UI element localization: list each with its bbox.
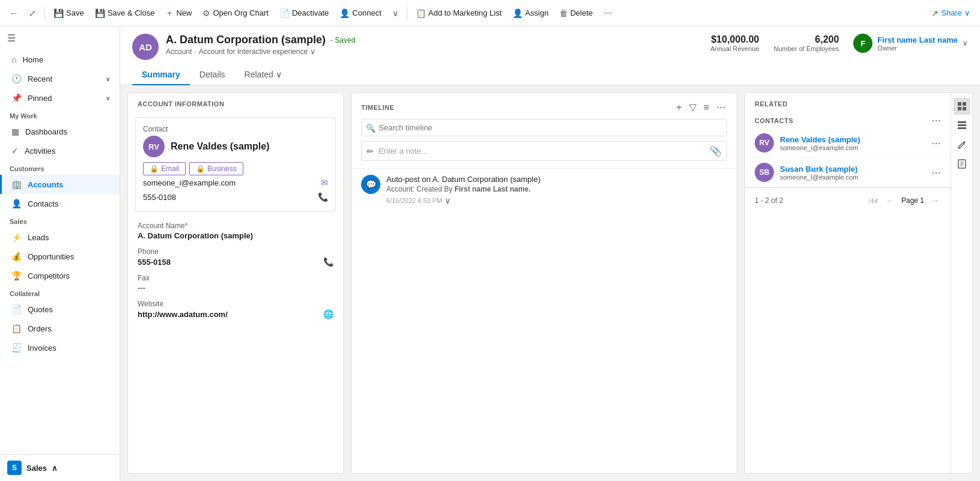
tab-related[interactable]: Related ∨	[235, 65, 291, 85]
save-button[interactable]: 💾 Save	[49, 6, 89, 20]
back-button[interactable]: ←	[5, 6, 23, 20]
sidebar-item-competitors[interactable]: 🏆 Competitors	[0, 266, 120, 285]
tab-details[interactable]: Details	[190, 65, 235, 85]
sidebar-item-activities[interactable]: ✓ Activities	[0, 141, 120, 160]
phone-field-row: 555-0108 📞	[143, 190, 328, 204]
sales-section-label: Sales	[0, 213, 120, 228]
email-compose-icon[interactable]: ✉	[321, 178, 328, 187]
contact-list-email-rene: someone_i@example.com	[780, 144, 925, 151]
note-placeholder-text: Enter a note...	[379, 147, 705, 156]
app-badge: S	[7, 461, 22, 475]
account-name-value: A. Datum Corporation (sample)	[138, 231, 333, 240]
sidebar-item-opportunities[interactable]: 💰 Opportunities	[0, 247, 120, 266]
record-title-area: A. Datum Corporation (sample) - Saved Ac…	[166, 34, 703, 56]
sidebar-item-orders[interactable]: 📋 Orders	[0, 319, 120, 338]
timeline-add-button[interactable]: +	[675, 101, 683, 114]
rmt-form-button[interactable]	[954, 156, 970, 172]
svg-rect-4	[958, 121, 966, 123]
assign-button[interactable]: 👤 Assign	[508, 6, 553, 20]
sidebar-item-home[interactable]: ⌂ Home	[0, 50, 120, 69]
expand-button[interactable]: ⤢	[24, 6, 41, 20]
phone-field-icon[interactable]: 📞	[323, 257, 333, 267]
share-button[interactable]: ↗ Share ∨	[927, 6, 975, 20]
rmt-list-button[interactable]	[954, 117, 970, 134]
recent-icon: 🕐	[11, 74, 22, 83]
hamburger-icon[interactable]: ☰	[7, 32, 16, 44]
business-button[interactable]: 🔒 Business	[189, 162, 243, 175]
marketing-button[interactable]: 📋 Add to Marketing List	[411, 6, 507, 20]
rmt-edit-button[interactable]	[954, 136, 970, 153]
org-chart-label: Open Org Chart	[213, 8, 269, 17]
app-switcher[interactable]: S Sales ∧	[0, 455, 120, 481]
business-btn-label: Business	[207, 165, 237, 173]
fax-label: Fax	[138, 274, 333, 282]
owner-section[interactable]: F First name Last name Owner ∨	[853, 34, 968, 53]
contacts-more-button[interactable]: ⋯	[931, 115, 941, 126]
delete-button[interactable]: 🗑 Delete	[555, 6, 598, 20]
account-info-title: ACCOUNT INFORMATION	[128, 93, 343, 112]
save-label: Save	[66, 8, 84, 17]
org-chart-button[interactable]: ⚙ Open Org Chart	[198, 6, 273, 20]
sidebar: ☰ ⌂ Home 🕐 Recent ∨ 📌 Pinned ∨ My Work ▦…	[0, 26, 120, 481]
leads-icon: ⚡	[11, 232, 22, 242]
svg-rect-2	[958, 107, 961, 110]
phone-icon[interactable]: 📞	[318, 192, 328, 202]
more-button[interactable]: ⋯	[599, 6, 617, 20]
tab-summary[interactable]: Summary	[132, 65, 190, 85]
tab-summary-label: Summary	[142, 70, 180, 79]
pinned-icon: 📌	[11, 93, 22, 103]
note-attach-icon[interactable]: 📎	[710, 145, 722, 157]
save-close-button[interactable]: 💾 Save & Close	[90, 6, 160, 20]
contact-list-name-susan[interactable]: Susan Burk (sample)	[780, 165, 925, 174]
deactivate-button[interactable]: 📄 Deactivate	[275, 6, 333, 20]
sidebar-item-contacts[interactable]: 👤 Contacts	[0, 194, 120, 213]
contact-list-name-rene[interactable]: Rene Valdes (sample)	[780, 135, 925, 144]
sidebar-item-invoices[interactable]: 🧾 Invoices	[0, 338, 120, 357]
timeline-more-button[interactable]: ⋯	[715, 100, 727, 114]
pagination-next-button[interactable]: →	[929, 194, 941, 207]
sidebar-item-leads[interactable]: ⚡ Leads	[0, 228, 120, 247]
share-label: Share	[941, 8, 962, 17]
save-icon: 💾	[53, 8, 64, 18]
sidebar-item-dashboards[interactable]: ▦ Dashboards	[0, 122, 120, 141]
employees-value: 6,200	[774, 34, 839, 45]
phone-value: 555-0158	[138, 258, 171, 267]
contact-card: Contact RV Rene Valdes (sample) 🔒 Email …	[135, 117, 336, 212]
tab-related-label: Related	[245, 70, 273, 79]
timeline-expand-icon[interactable]: ∨	[445, 196, 451, 205]
contact-email: someone_i@example.com	[143, 178, 236, 187]
pagination-first-button[interactable]: ⏮	[868, 194, 880, 207]
rmt-grid-button[interactable]	[954, 98, 970, 115]
subtitle-chevron-icon[interactable]: ∨	[310, 47, 315, 56]
timeline-filter-button[interactable]: ▽	[688, 100, 698, 114]
website-field: Website http://www.adatum.com/ 🌐	[138, 300, 333, 319]
toolbar-chevron-button[interactable]: ∨	[388, 6, 403, 20]
my-work-section-label: My Work	[0, 107, 120, 122]
record-subtitle-name: Account for Interactive experience	[199, 47, 308, 56]
svg-rect-0	[958, 102, 961, 106]
email-button[interactable]: 🔒 Email	[143, 162, 186, 175]
sidebar-item-recent[interactable]: 🕐 Recent ∨	[0, 69, 120, 88]
timeline-item-meta: 6/16/2022 4:53 PM ∨	[386, 196, 727, 205]
timeline-search-input[interactable]	[361, 119, 727, 136]
contact-list-more-susan[interactable]: ⋯	[931, 167, 941, 178]
invoices-icon: 🧾	[11, 343, 22, 352]
sidebar-label-pinned: Pinned	[28, 94, 52, 103]
recent-chevron-icon: ∨	[106, 76, 110, 82]
sidebar-item-pinned[interactable]: 📌 Pinned ∨	[0, 88, 120, 107]
new-button[interactable]: ＋ New	[160, 5, 196, 21]
phone-row: 555-0158 📞	[138, 257, 333, 267]
sidebar-item-accounts[interactable]: 🏢 Accounts	[0, 175, 120, 194]
contact-list-more-rene[interactable]: ⋯	[931, 138, 941, 149]
pagination-count: 1 - 2 of 2	[755, 196, 863, 205]
website-icon[interactable]: 🌐	[323, 309, 333, 319]
timeline-sort-button[interactable]: ≡	[702, 101, 710, 114]
contact-list-avatar-rene: RV	[755, 133, 774, 153]
sidebar-header: ☰	[0, 26, 120, 50]
sidebar-item-quotes[interactable]: 📄 Quotes	[0, 300, 120, 319]
activities-icon: ✓	[11, 146, 19, 156]
connect-button[interactable]: 👤 Connect	[335, 6, 386, 20]
pagination-prev-button[interactable]: ←	[884, 194, 896, 207]
timeline-header: TIMELINE + ▽ ≡ ⋯	[352, 93, 737, 119]
contact-actions: 🔒 Email 🔒 Business	[143, 162, 328, 175]
